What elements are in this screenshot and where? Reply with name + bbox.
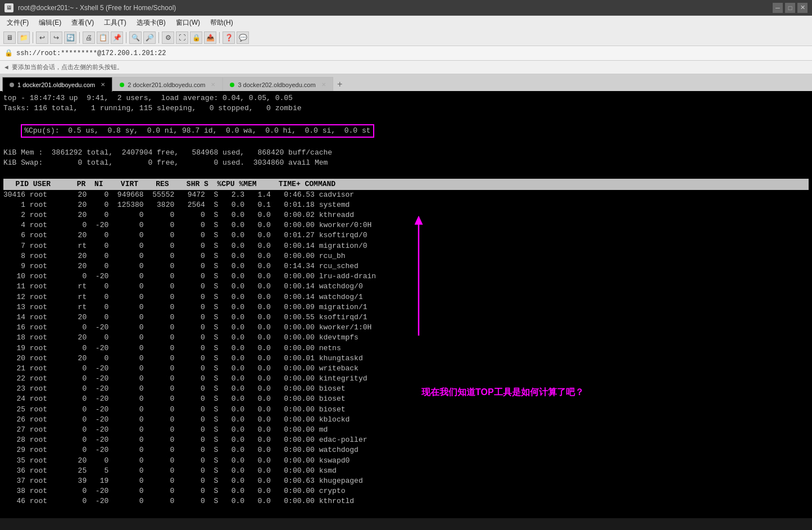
table-row: 2 root 20 0 0 0 0 S 0.0 0.0 0:00.02 kthr… [3, 210, 809, 220]
table-row: 25 root 0 -20 0 0 0 S 0.0 0.0 0:00.00 bi… [3, 405, 809, 415]
tab-label-3: 3 docker202.oldboyedu.com [238, 81, 315, 88]
window-controls: ─ □ ✕ [773, 3, 808, 13]
close-button[interactable]: ✕ [797, 3, 808, 13]
tab-1[interactable]: 1 docker201.oldboyedu.com ✕ [2, 77, 112, 92]
top-line: top - 18:47:43 up 9:41, 2 users, load av… [3, 93, 809, 103]
table-row: 27 root 0 -20 0 0 0 S 0.0 0.0 0:00.00 md [3, 425, 809, 435]
tab-3[interactable]: 3 docker202.oldboyedu.com ✕ [223, 77, 333, 92]
table-row: 28 root 0 -20 0 0 0 S 0.0 0.0 0:00.00 ed… [3, 435, 809, 445]
toolbar-separator-3 [126, 32, 126, 43]
table-row: 16 root 0 -20 0 0 0 S 0.0 0.0 0:00.00 kw… [3, 323, 809, 333]
toolbar-chat[interactable]: 💬 [237, 31, 249, 44]
toolbar-back[interactable]: ↩ [36, 31, 48, 44]
maximize-button[interactable]: □ [785, 3, 795, 13]
table-row: 30416 root 20 0 949668 55552 9472 S 2.3 … [3, 190, 809, 200]
table-row: 8 root 20 0 0 0 0 S 0.0 0.0 0:00.00 rcu_… [3, 251, 809, 261]
tab-label-1: 1 docker201.oldboyedu.com [17, 81, 95, 88]
table-row: 24 root 0 -20 0 0 0 S 0.0 0.0 0:00.00 bi… [3, 394, 809, 404]
toolbar-search[interactable]: 🔍 [129, 31, 142, 44]
table-row: 6 root 20 0 0 0 0 S 0.0 0.0 0:01.27 ksof… [3, 230, 809, 241]
session-notice-text: 要添加当前会话，点击左侧的前头按钮。 [12, 63, 123, 71]
menu-tools[interactable]: 工具(T) [99, 17, 130, 29]
terminal[interactable]: top - 18:47:43 up 9:41, 2 users, load av… [0, 91, 812, 518]
menu-bar: 文件(F) 编辑(E) 查看(V) 工具(T) 选项卡(B) 窗口(W) 帮助(… [0, 16, 812, 29]
tab-dot-2 [120, 83, 124, 87]
mem-line: KiB Mem : 3861292 total, 2407904 free, 5… [3, 148, 809, 158]
cpu-highlight-box: %Cpu(s): 0.5 us, 0.8 sy, 0.0 ni, 98.7 id… [21, 124, 374, 138]
toolbar-new-session[interactable]: 🖥 [3, 31, 16, 44]
toolbar-forward[interactable]: ↪ [50, 31, 62, 44]
tab-label-2: 2 docker201.oldboyedu.com [128, 81, 205, 88]
menu-help[interactable]: 帮助(H) [206, 17, 238, 29]
arrow-left-icon: ◀ [4, 64, 8, 71]
menu-edit[interactable]: 编辑(E) [34, 17, 66, 29]
menu-tabs[interactable]: 选项卡(B) [132, 17, 170, 29]
toolbar-lock[interactable]: 🔒 [190, 31, 202, 44]
table-row: 36 root 25 5 0 0 0 S 0.0 0.0 0:00.00 ksm… [3, 466, 809, 476]
table-row: 20 root 20 0 0 0 0 S 0.0 0.0 0:00.01 khu… [3, 354, 809, 364]
table-row: 18 root 20 0 0 0 0 S 0.0 0.0 0:00.00 kde… [3, 333, 809, 343]
table-row: 1 root 20 0 125380 3820 2564 S 0.0 0.1 0… [3, 200, 809, 210]
table-row: 22 root 0 -20 0 0 0 S 0.0 0.0 0:00.00 ki… [3, 374, 809, 384]
menu-file[interactable]: 文件(F) [2, 17, 33, 29]
blank-line [3, 168, 809, 178]
swap-line: KiB Swap: 0 total, 0 free, 0 used. 30348… [3, 158, 809, 168]
tasks-line: Tasks: 116 total, 1 running, 115 sleepin… [3, 103, 809, 114]
title-bar: 🖥 root@docker201:~ - Xshell 5 (Free for … [0, 0, 812, 16]
table-row: 13 root rt 0 0 0 0 S 0.0 0.0 0:00.09 mig… [3, 302, 809, 312]
table-row: 19 root 0 -20 0 0 0 S 0.0 0.0 0:00.00 ne… [3, 343, 809, 354]
table-row: 23 root 0 -20 0 0 0 S 0.0 0.0 0:00.00 bi… [3, 384, 809, 394]
table-row: 14 root 20 0 0 0 0 S 0.0 0.0 0:00.55 kso… [3, 312, 809, 323]
toolbar-copy[interactable]: 📋 [97, 31, 109, 44]
tab-add-button[interactable]: + [333, 78, 347, 91]
toolbar-settings[interactable]: ⚙ [162, 31, 174, 44]
toolbar-print[interactable]: 🖨 [83, 31, 95, 44]
table-row: 26 root 0 -20 0 0 0 S 0.0 0.0 0:00.00 kb… [3, 415, 809, 425]
toolbar-fullscreen[interactable]: ⛶ [176, 31, 188, 44]
toolbar-zoom[interactable]: 🔎 [143, 31, 156, 44]
tab-close-2[interactable]: ✕ [211, 81, 215, 88]
menu-view[interactable]: 查看(V) [67, 17, 98, 29]
table-row: 9 root 20 0 0 0 0 S 0.0 0.0 0:14.34 rcu_… [3, 261, 809, 271]
table-row: 46 root 0 -20 0 0 0 S 0.0 0.0 0:00.00 kt… [3, 496, 809, 506]
toolbar-separator-2 [79, 32, 80, 43]
process-list: 30416 root 20 0 949668 55552 9472 S 2.3 … [3, 190, 809, 507]
toolbar-transfer[interactable]: 📤 [204, 31, 216, 44]
toolbar-separator-5 [219, 32, 220, 43]
table-row: 4 root 0 -20 0 0 0 S 0.0 0.0 0:00.00 kwo… [3, 220, 809, 230]
table-row: 21 root 0 -20 0 0 0 S 0.0 0.0 0:00.00 wr… [3, 364, 809, 374]
proc-header: PID USER PR NI VIRT RES SHR S %CPU %MEM … [3, 179, 809, 190]
table-row: 38 root 0 -20 0 0 0 S 0.0 0.0 0:00.00 cr… [3, 486, 809, 496]
toolbar-separator-1 [33, 32, 33, 43]
tab-bar: 1 docker201.oldboyedu.com ✕ 2 docker201.… [0, 74, 812, 91]
tab-2[interactable]: 2 docker201.oldboyedu.com ✕ [112, 77, 223, 92]
tab-close-1[interactable]: ✕ [101, 81, 105, 88]
table-row: 12 root rt 0 0 0 0 S 0.0 0.0 0:00.14 wat… [3, 292, 809, 302]
session-notice: ◀ 要添加当前会话，点击左侧的前头按钮。 [0, 61, 812, 74]
tab-dot-3 [230, 83, 234, 87]
app-icon: 🖥 [4, 3, 13, 12]
toolbar-open[interactable]: 📁 [17, 31, 30, 44]
toolbar-reconnect[interactable]: 🔄 [64, 31, 76, 44]
tab-dot-1 [10, 83, 14, 87]
toolbar-paste[interactable]: 📌 [111, 31, 123, 44]
table-row: 35 root 20 0 0 0 0 S 0.0 0.0 0:00.00 ksw… [3, 456, 809, 466]
address-text: ssh://root:*********@172.200.1.201:22 [16, 49, 166, 57]
table-row: 10 root 0 -20 0 0 0 S 0.0 0.0 0:00.00 lr… [3, 271, 809, 282]
toolbar: 🖥 📁 ↩ ↪ 🔄 🖨 📋 📌 🔍 🔎 ⚙ ⛶ 🔒 📤 ❓ 💬 [0, 29, 812, 46]
table-row: 29 root 0 -20 0 0 0 S 0.0 0.0 0:00.00 wa… [3, 445, 809, 455]
toolbar-help[interactable]: ❓ [223, 31, 235, 44]
menu-window[interactable]: 窗口(W) [171, 17, 205, 29]
toolbar-separator-4 [158, 32, 159, 43]
lock-icon: 🔒 [4, 49, 13, 57]
address-bar: 🔒 ssh://root:*********@172.200.1.201:22 [0, 46, 812, 61]
table-row: 7 root rt 0 0 0 0 S 0.0 0.0 0:00.14 migr… [3, 241, 809, 251]
table-row: 11 root rt 0 0 0 0 S 0.0 0.0 0:00.14 wat… [3, 282, 809, 292]
tab-close-3[interactable]: ✕ [321, 81, 326, 88]
table-row: 37 root 39 19 0 0 0 S 0.0 0.0 0:00.63 kh… [3, 476, 809, 486]
minimize-button[interactable]: ─ [773, 3, 783, 13]
window-title: root@docker201:~ - Xshell 5 (Free for Ho… [18, 4, 176, 12]
cpu-line: %Cpu(s): 0.5 us, 0.8 sy, 0.0 ni, 98.7 id… [3, 114, 809, 148]
